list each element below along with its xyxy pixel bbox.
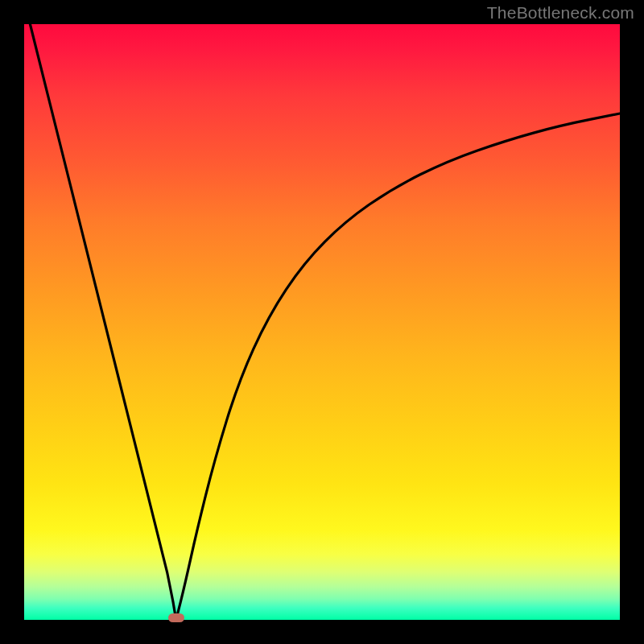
bottleneck-curve [24,24,620,620]
optimum-marker [168,613,184,622]
curve-path [30,24,620,620]
chart-frame: TheBottleneck.com [0,0,644,644]
watermark-text: TheBottleneck.com [487,3,634,23]
